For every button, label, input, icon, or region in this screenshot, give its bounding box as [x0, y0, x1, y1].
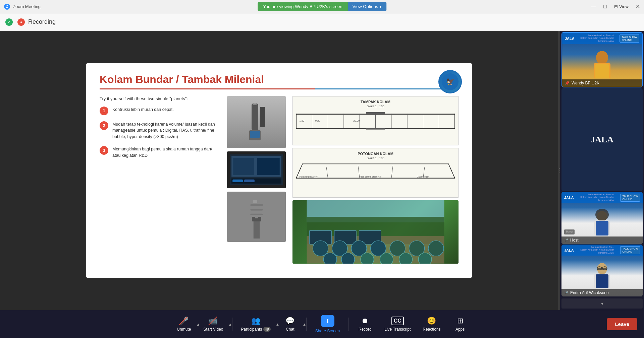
slide-area: 🦅 Kolam Bundar / Tambak Milenial Try it … — [0, 31, 558, 310]
recording-bar: ✓ ● Recording — [0, 13, 644, 31]
slide-title: Kolam Bundar / Tambak Milenial — [100, 73, 459, 86]
svg-point-59 — [324, 253, 337, 264]
video-chevron[interactable]: ▲ — [228, 322, 232, 326]
zoom-logo: Z — [4, 4, 10, 10]
reactions-label: Reactions — [423, 327, 440, 332]
svg-rect-18 — [253, 199, 257, 203]
chat-button[interactable]: 💬 Chat — [277, 314, 304, 334]
live-transcript-group: CC Live Transcript — [378, 314, 417, 334]
talk-show-badge-endra: TALK SHOWONLINE — [620, 246, 640, 254]
jala-top-bar-host: JALA Memaksimalkan PotensiKolam Kotak da… — [561, 192, 643, 203]
slide-try-text: Try it yourself with these two simple "p… — [100, 96, 220, 101]
slide-screen-image — [227, 151, 286, 188]
right-panel: JALA Memaksimalkan PotensiKolam Kotak da… — [560, 31, 644, 310]
slide-point-3: 3 Memungkinkan bagi pemula skala rumah t… — [100, 146, 220, 159]
participants-button[interactable]: 👥 Participants 49 — [235, 314, 277, 334]
svg-point-61 — [361, 253, 374, 264]
slide-point-2: 2 Mudah terap teknologi karena volume/ l… — [100, 121, 220, 140]
slide-divider — [100, 88, 459, 89]
participant-name-endra: Endra Arif Wicaksono — [570, 290, 609, 295]
apps-button[interactable]: ⊞ Apps — [447, 314, 474, 334]
point-number-1: 1 — [100, 107, 108, 115]
slide-diagram-top: TAMPAK KOLAM Skala 1 : 100 — [292, 96, 459, 146]
view-button[interactable]: ⊞ View — [614, 4, 629, 9]
toolbar-divider-1 — [232, 318, 232, 331]
svg-rect-16 — [250, 209, 263, 210]
svg-rect-10 — [232, 179, 243, 182]
start-video-button[interactable]: 📹 Start Video — [197, 314, 229, 334]
svg-rect-33 — [366, 128, 385, 129]
participant-video-jala[interactable]: JALA — [561, 88, 643, 191]
apps-label: Apps — [455, 327, 465, 332]
share-screen-group: ⬆ Share Screen — [309, 312, 346, 336]
app-title: Zoom Meeting — [13, 4, 41, 9]
slide-left-column: Try it yourself with these two simple "p… — [100, 96, 220, 264]
chat-chevron[interactable]: ▲ — [303, 322, 306, 326]
slide-point-1: 1 Kontruksi lebih murah dan cepat. — [100, 107, 220, 115]
reactions-group: 😊 Reactions — [417, 314, 446, 334]
slide-body: Try it yourself with these two simple "p… — [100, 96, 459, 264]
host-badge: Host — [564, 229, 575, 234]
maximize-button[interactable]: □ — [603, 4, 607, 9]
slide-right-column: TAMPAK KOLAM Skala 1 : 100 — [292, 96, 459, 264]
live-transcript-label: Live Transcript — [384, 327, 411, 332]
point-text-1: Kontruksi lebih murah dan cepat. — [112, 107, 174, 113]
slide-diagram-middle: POTONGAN KOLAM Skala 1 : 100 Pipa pengur… — [292, 148, 459, 198]
title-bar-center: You are viewing Wendy BPIU2K's screen Vi… — [258, 2, 386, 11]
chat-group: 💬 Chat ▲ — [277, 314, 304, 334]
jala-center-text: JALA — [591, 135, 613, 145]
mute-icon: 🎤 — [179, 317, 189, 325]
reactions-button[interactable]: 😊 Reactions — [417, 314, 446, 334]
scroll-down-button[interactable]: ▾ — [561, 298, 643, 309]
participants-icon: 👥 — [251, 317, 260, 325]
svg-line-40 — [391, 165, 393, 178]
participant-name-wendy: Wendy BPIU2K — [572, 81, 599, 85]
record-icon: ⏺ — [361, 317, 369, 325]
title-bar-right: — □ ⊞ View ✕ — [591, 4, 640, 9]
slide-container: 🦅 Kolam Bundar / Tambak Milenial Try it … — [86, 63, 472, 278]
talk-show-badge-wendy: TALK SHOWONLINE — [620, 35, 639, 43]
svg-rect-4 — [250, 131, 260, 138]
svg-text:Pipa penguras = 4": Pipa penguras = 4" — [299, 176, 318, 178]
slide-device-image — [227, 96, 286, 148]
live-transcript-button[interactable]: CC Live Transcript — [378, 314, 417, 334]
point-number-3: 3 — [100, 146, 108, 155]
svg-rect-11 — [244, 179, 255, 182]
participant-video-host[interactable]: JALA Memaksimalkan PotensiKolam Kotak da… — [561, 192, 643, 244]
close-button[interactable]: ✕ — [635, 4, 640, 9]
apps-icon: ⊞ — [457, 317, 463, 325]
svg-text:1.30: 1.30 — [299, 119, 304, 122]
leave-button[interactable]: Leave — [607, 318, 637, 330]
record-label: Record — [359, 327, 372, 332]
svg-rect-0 — [252, 104, 258, 130]
svg-rect-8 — [257, 158, 280, 175]
talk-show-badge-host: TALK SHOWONLINE — [620, 194, 640, 202]
record-button[interactable]: ⏺ Record — [352, 314, 378, 334]
svg-point-60 — [341, 253, 355, 264]
svg-rect-32 — [366, 112, 385, 114]
security-check-icon: ✓ — [5, 18, 13, 26]
slide-logo: 🦅 — [438, 70, 462, 93]
svg-point-63 — [399, 253, 412, 264]
main-content: 🦅 Kolam Bundar / Tambak Milenial Try it … — [0, 31, 644, 310]
title-bar-left: Z Zoom Meeting — [4, 4, 41, 10]
participant-video-wendy[interactable]: JALA Memaksimalkan PotensiKolam Kotak da… — [561, 32, 643, 87]
view-options-button[interactable]: View Options ▾ — [348, 2, 386, 11]
video-icon: 📹 — [209, 317, 218, 325]
minimize-button[interactable]: — — [591, 4, 596, 9]
participant-video-endra[interactable]: JALA Memaksimalkan Po...Kolam Kotak dan … — [561, 245, 643, 296]
record-group: ⏺ Record — [352, 314, 378, 334]
panel-separator[interactable] — [558, 31, 560, 310]
unmute-button[interactable]: 🎤 Unmute — [170, 314, 197, 334]
slide-logo-inner: 🦅 — [442, 73, 459, 90]
svg-point-52 — [313, 241, 328, 256]
share-screen-button[interactable]: ⬆ Share Screen — [309, 312, 346, 336]
svg-text:0.20: 0.20 — [315, 119, 320, 122]
participant-name-bar-host: 🎤 Host — [561, 236, 643, 244]
toolbar-divider-2 — [306, 318, 307, 331]
start-video-group: 📹 Start Video ▲ — [197, 314, 229, 334]
point-number-2: 2 — [100, 121, 108, 130]
svg-rect-7 — [233, 158, 254, 175]
pin-icon-wendy: 📌 — [565, 81, 570, 85]
slide-center-column — [227, 96, 286, 264]
